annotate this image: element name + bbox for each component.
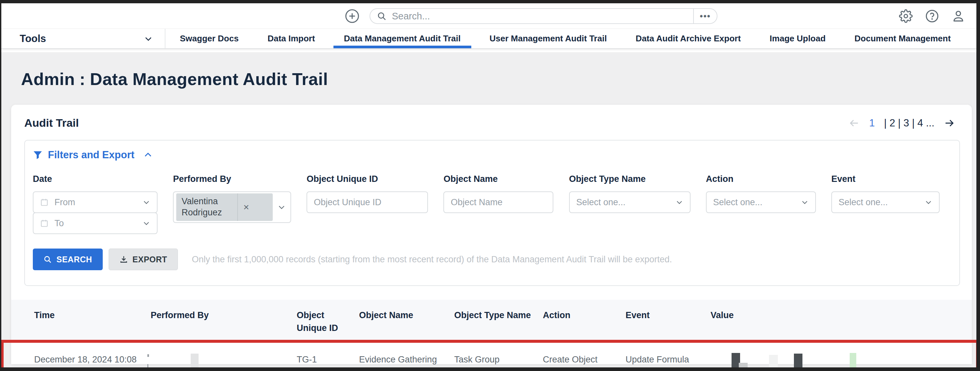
redacted-mark	[147, 354, 149, 357]
filter-action: Action Select one...	[706, 174, 816, 234]
redacted-block-green	[850, 353, 856, 371]
object-unique-id-input[interactable]	[314, 197, 421, 207]
question-circle-icon[interactable]	[925, 9, 939, 23]
column-header-value: Value	[711, 309, 960, 334]
page-number-current[interactable]: 1	[869, 117, 875, 129]
page-title-prefix: Admin	[21, 69, 75, 89]
download-icon	[119, 255, 128, 264]
date-from-placeholder: From	[54, 197, 75, 207]
performed-by-multiselect[interactable]: Valentina Rodriguez ×	[173, 191, 291, 223]
object-name-input[interactable]	[450, 197, 546, 207]
filter-actions: SEARCH EXPORT Only the first 1,000,000 r…	[33, 248, 940, 270]
page-numbers[interactable]: | 2 | 3 | 4 ...	[884, 117, 934, 129]
calendar-icon	[40, 198, 49, 207]
redacted-mark	[147, 364, 148, 371]
selected-user-chip: Valentina Rodriguez ×	[176, 193, 273, 221]
redacted-block	[739, 363, 748, 371]
tab-swagger-docs[interactable]: Swagger Docs	[165, 29, 253, 48]
cell-object-type-name: Task Group	[454, 353, 543, 371]
selected-user-name: Valentina Rodriguez	[176, 193, 237, 221]
filter-object-unique-id: Object Unique ID	[307, 174, 428, 234]
global-search: •••	[369, 8, 718, 24]
top-bar: •••	[1, 3, 977, 29]
tab-image-upload[interactable]: Image Upload	[755, 29, 840, 48]
secondary-nav: Tools Swagger Docs Data Import Data Mana…	[1, 29, 977, 49]
chevron-down-icon	[144, 34, 153, 43]
redacted-block	[191, 353, 199, 368]
search-icon	[377, 11, 387, 21]
filters-toggle[interactable]: Filters and Export	[33, 149, 153, 161]
date-to-placeholder: To	[54, 218, 64, 229]
filter-event-label: Event	[831, 174, 940, 184]
filter-date-label: Date	[33, 174, 158, 184]
topbar-actions	[899, 3, 965, 29]
tab-document-management[interactable]: Document Management	[840, 29, 965, 48]
tab-bar: Swagger Docs Data Import Data Management…	[165, 29, 965, 48]
tab-data-import[interactable]: Data Import	[253, 29, 329, 48]
cell-object-name: Evidence Gathering	[359, 353, 454, 371]
person-icon[interactable]	[951, 9, 965, 23]
filters-panel: Filters and Export Date	[24, 140, 960, 286]
filter-object-type-name: Object Type Name Select one...	[569, 174, 690, 234]
funnel-icon	[33, 150, 43, 160]
cell-event: Update Formula	[625, 353, 711, 371]
tools-menu[interactable]: Tools	[1, 29, 165, 48]
remove-chip-icon[interactable]: ×	[237, 193, 255, 221]
event-placeholder: Select one...	[838, 197, 888, 207]
event-select[interactable]: Select one...	[831, 191, 940, 213]
search-input[interactable]	[387, 11, 693, 22]
next-page-arrow-icon[interactable]	[943, 117, 955, 129]
chevron-down-icon	[801, 198, 809, 206]
column-header-object-name: Object Name	[359, 309, 454, 334]
chevron-down-icon	[675, 198, 683, 206]
object-type-name-select[interactable]: Select one...	[569, 191, 690, 213]
gear-icon[interactable]	[899, 9, 913, 23]
calendar-icon	[40, 219, 49, 228]
highlighted-row-region: December 18, 2024 10:08 AM TG-1 Evidence…	[11, 343, 972, 371]
cell-object-unique-id: TG-1	[297, 353, 359, 371]
card-title: Audit Trail	[24, 116, 79, 129]
search-options-button[interactable]: •••	[693, 9, 717, 23]
filter-object-name: Object Name	[443, 174, 553, 234]
filter-object-type-name-label: Object Type Name	[569, 174, 690, 184]
table-row[interactable]: December 18, 2024 10:08 AM TG-1 Evidence…	[11, 343, 972, 371]
filter-date: Date From	[33, 174, 158, 234]
filter-action-label: Action	[706, 174, 816, 184]
audit-table: Time Performed By Object Unique ID Objec…	[11, 300, 972, 371]
tools-menu-label: Tools	[20, 33, 46, 45]
search-button[interactable]: SEARCH	[33, 248, 103, 270]
chevron-up-icon	[143, 150, 153, 160]
page-title-main: Data Management Audit Trail	[90, 69, 328, 89]
table-header: Time Performed By Object Unique ID Objec…	[11, 300, 972, 342]
search-button-label: SEARCH	[56, 255, 92, 264]
action-select[interactable]: Select one...	[706, 191, 816, 213]
export-note: Only the first 1,000,000 records (starti…	[192, 255, 672, 264]
filter-grid: Date From	[33, 174, 940, 234]
object-type-name-placeholder: Select one...	[576, 197, 625, 207]
export-button[interactable]: EXPORT	[109, 248, 178, 270]
date-to-select[interactable]: To	[33, 212, 158, 234]
column-header-object-unique-id: Object Unique ID	[297, 309, 359, 334]
column-header-action: Action	[543, 309, 625, 334]
cell-time: December 18, 2024 10:08 AM	[34, 353, 151, 371]
date-from-select[interactable]: From	[33, 191, 158, 213]
audit-trail-card: Audit Trail 1 | 2 | 3 | 4 ...	[11, 105, 972, 364]
cell-performed-by	[151, 353, 297, 371]
tab-user-management-audit-trail[interactable]: User Management Audit Trail	[475, 29, 621, 48]
filter-performed-by: Performed By Valentina Rodriguez ×	[173, 174, 291, 234]
tab-data-management-audit-trail[interactable]: Data Management Audit Trail	[329, 29, 475, 48]
tab-data-audit-archive-export[interactable]: Data Audit Archive Export	[621, 29, 755, 48]
chevron-down-icon	[142, 198, 150, 206]
column-header-object-type-name: Object Type Name	[454, 309, 543, 334]
filter-object-name-label: Object Name	[443, 174, 553, 184]
app-window: •••	[0, 0, 980, 371]
chevron-down-icon	[277, 203, 286, 212]
redacted-block	[794, 353, 802, 368]
column-header-time: Time	[34, 309, 151, 334]
filter-object-unique-id-label: Object Unique ID	[307, 174, 428, 184]
page-title-separator: :	[80, 69, 85, 89]
plus-circle-icon[interactable]	[345, 8, 360, 24]
cell-value	[711, 353, 960, 371]
export-button-label: EXPORT	[133, 255, 167, 264]
previous-page-arrow-icon[interactable]	[848, 117, 860, 129]
